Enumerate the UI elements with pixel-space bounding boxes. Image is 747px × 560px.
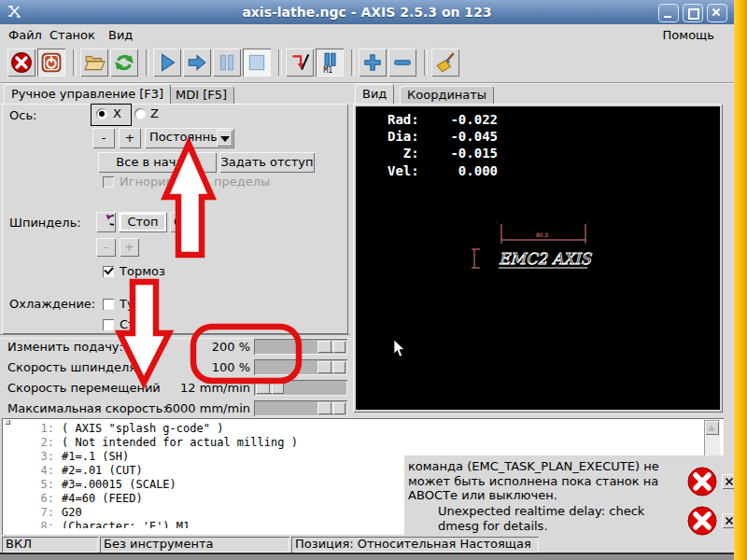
flood-checkbox[interactable] — [103, 319, 114, 330]
zoom-out-button[interactable] — [388, 49, 416, 77]
optional-pause-button[interactable]: M1 — [316, 49, 344, 77]
slider-handle[interactable] — [317, 361, 345, 373]
zoom-in-button[interactable] — [359, 49, 387, 77]
error-icon — [687, 467, 717, 497]
ignore-limits-label: Игнорировать пределы — [120, 175, 270, 189]
jog-plus-button[interactable]: + — [119, 128, 141, 148]
axis-z-label: Z — [150, 106, 159, 120]
clear-plot-button[interactable] — [431, 49, 459, 77]
tab-preview[interactable]: Вид — [355, 84, 394, 104]
home-all-button[interactable]: Все в начало — [98, 152, 217, 173]
spindle-override-row: Скорость шпинделя: 100 % — [0, 358, 348, 377]
tab-dro[interactable]: Координаты — [400, 86, 494, 104]
machine-power-button[interactable] — [37, 49, 65, 77]
spindle-faster-button[interactable]: + — [120, 238, 139, 257]
dimension-label: 80.0 — [536, 231, 549, 238]
override-sliders: Изменить подачу: 200 % Скорость шпинделя… — [0, 338, 350, 418]
estop-button[interactable] — [7, 49, 35, 77]
jog-mode-combobox[interactable]: Постоянный — [145, 128, 234, 148]
axis-z-radio[interactable] — [134, 108, 146, 119]
tab-manual-control[interactable]: Ручное управление [F3] — [4, 84, 171, 104]
spindle-override-label: Скорость шпинделя: — [7, 360, 140, 374]
maximize-button[interactable] — [683, 4, 703, 22]
menu-help[interactable]: Помощь — [660, 27, 717, 44]
menu-view[interactable]: Вид — [106, 27, 135, 44]
svg-text:M1: M1 — [323, 65, 332, 74]
jog-speed-label: Скорость перемещений — [7, 381, 161, 395]
mist-checkbox[interactable] — [103, 299, 114, 310]
axis-x-radio[interactable] — [96, 108, 107, 119]
toolbar-separator — [146, 49, 149, 76]
stop-button[interactable] — [243, 49, 271, 77]
run-from-line-icon — [186, 51, 208, 74]
preview-canvas[interactable]: Rad: -0.022 Dia: -0.045 Z: -0.015 Vel: 0… — [356, 106, 720, 410]
slider-handle[interactable] — [317, 402, 345, 414]
run-button[interactable] — [153, 49, 181, 77]
status-position: Позиция: Относительная Настоящая — [291, 537, 539, 553]
run-from-line-button[interactable] — [183, 49, 211, 77]
machine-power-icon — [40, 51, 63, 74]
minimize-button[interactable] — [658, 4, 679, 22]
coolant-label: Охлаждение: — [9, 297, 95, 311]
dro-z: Z: -0.015 — [388, 146, 498, 161]
toolbar: M1 — [0, 46, 734, 84]
pause-button[interactable] — [213, 49, 241, 77]
spindle-stop-button[interactable]: Стоп — [119, 212, 167, 232]
axis-window: axis-lathe.ngc - AXIS 2.5.3 on 123 Файл … — [0, 0, 747, 560]
slider-handle[interactable] — [256, 382, 284, 394]
close-button[interactable] — [707, 4, 727, 22]
spindle-slower-button[interactable]: - — [96, 238, 116, 257]
toolbar-separator — [351, 49, 355, 76]
pause-icon — [216, 51, 238, 74]
menu-machine[interactable]: Станок — [47, 27, 98, 44]
brake-checkbox[interactable] — [103, 266, 114, 277]
axis-label: Ось: — [9, 108, 36, 122]
status-power: ВКЛ — [2, 537, 98, 553]
gcode-line: 2:( Not intended for actual milling ) — [9, 436, 724, 450]
maximize-icon — [688, 8, 699, 20]
window-border-right — [734, 0, 747, 560]
chevron-down-icon — [220, 136, 230, 142]
spindle-override-value: 100 % — [212, 360, 250, 374]
optional-pause-m1-icon: M1 — [318, 51, 341, 74]
feed-override-slider[interactable] — [254, 339, 347, 355]
spindle-override-slider[interactable] — [254, 359, 347, 375]
mouse-cursor — [393, 340, 406, 358]
mist-label: Туман — [120, 297, 161, 311]
window-border-bottom — [0, 553, 734, 560]
status-tool: Без инструмента — [100, 537, 289, 553]
run-one-step-button[interactable] — [286, 49, 314, 77]
tab-mdi[interactable]: MDI [F5] — [168, 86, 234, 104]
reload-button[interactable] — [110, 49, 138, 77]
clear-plot-broom-icon — [434, 51, 457, 74]
title-bar[interactable]: axis-lathe.ngc - AXIS 2.5.3 on 123 — [0, 0, 747, 25]
dro-dia: Dia: -0.045 — [388, 129, 498, 144]
max-velocity-slider[interactable] — [254, 400, 347, 416]
jog-minus-button[interactable]: - — [92, 128, 115, 148]
error-icon — [687, 506, 717, 536]
spindle-reverse-button[interactable] — [96, 212, 116, 232]
brake-label: Тормоз — [120, 264, 165, 278]
minimize-icon — [664, 16, 671, 18]
open-file-button[interactable] — [80, 49, 108, 77]
checkmark-icon — [104, 265, 113, 275]
resize-grip[interactable] — [5, 419, 10, 425]
error-message: Unexpected realtime delay: check dmesg f… — [438, 504, 686, 533]
max-velocity-value: 6000 mm/min — [165, 401, 250, 415]
slider-handle[interactable] — [317, 341, 345, 353]
jog-speed-row: Скорость перемещений 12 mm/min — [0, 379, 348, 398]
ignore-limits-checkbox[interactable] — [103, 176, 114, 188]
open-file-icon — [83, 51, 106, 74]
jog-speed-value: 12 mm/min — [180, 381, 250, 395]
zoom-out-icon — [391, 51, 414, 74]
combobox-arrow-button[interactable] — [217, 130, 233, 147]
spindle-ccw-icon — [98, 214, 114, 230]
estop-icon — [10, 51, 33, 74]
jog-speed-slider[interactable] — [254, 380, 347, 396]
set-offset-button[interactable]: Задать отступ — [219, 152, 315, 173]
scroll-up-arrow[interactable] — [705, 421, 719, 435]
axis-x-label: X — [113, 106, 121, 120]
spindle-forward-button[interactable] — [170, 212, 190, 232]
menu-file[interactable]: Файл — [6, 27, 45, 44]
dro-rad: Rad: -0.022 — [388, 112, 498, 127]
